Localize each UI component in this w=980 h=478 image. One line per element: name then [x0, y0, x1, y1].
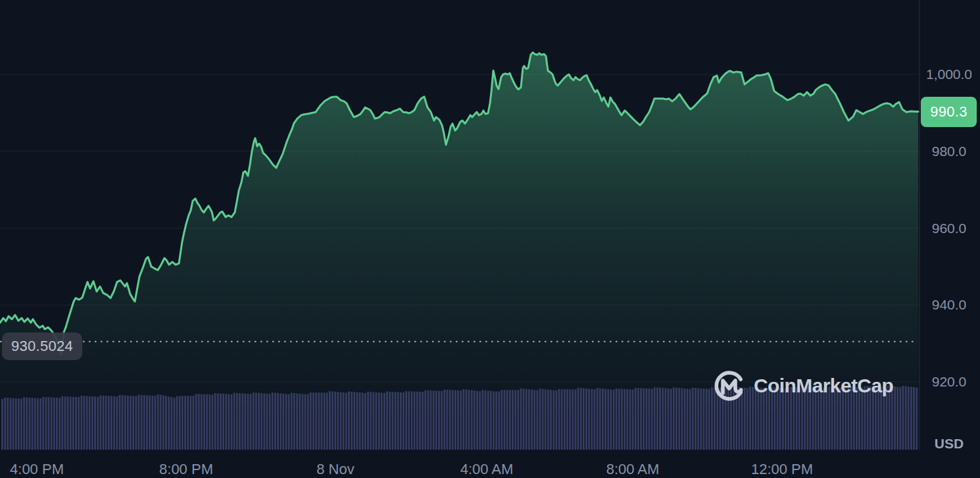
coinmarketcap-logo-icon [714, 370, 745, 402]
y-axis-tick: 1,000.0 [919, 66, 979, 82]
y-axis-tick: 920.0 [919, 374, 979, 390]
coinmarketcap-price-chart: 1,000.0980.0960.0940.0920.0 USD 4:00 PM8… [0, 0, 980, 478]
y-axis: 1,000.0980.0960.0940.0920.0 [919, 0, 979, 478]
price-chart-plot-area[interactable] [0, 0, 980, 478]
y-axis-tick: 940.0 [919, 297, 979, 313]
coinmarketcap-watermark: CoinMarketCap [714, 367, 893, 404]
y-axis-tick: 960.0 [919, 221, 979, 236]
current-price-badge: 990.3 [921, 97, 977, 127]
reference-price-label: 930.5024 [2, 332, 82, 360]
y-axis-unit-label: USD [919, 436, 979, 452]
coinmarketcap-logo-text: CoinMarketCap [754, 367, 893, 404]
y-axis-tick: 980.0 [919, 144, 979, 159]
